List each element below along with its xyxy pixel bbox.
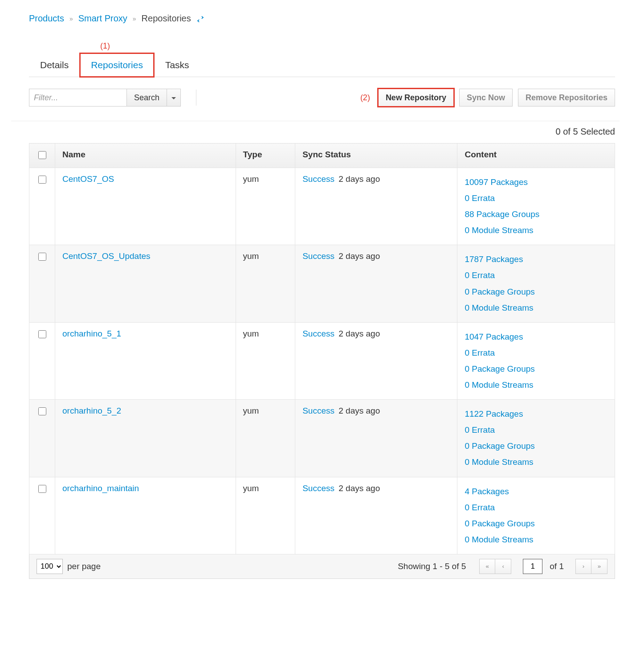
content-link[interactable]: 0 Errata — [465, 500, 607, 516]
sync-age: 2 days ago — [338, 174, 380, 184]
content-link[interactable]: 0 Package Groups — [465, 284, 607, 300]
row-checkbox[interactable] — [38, 253, 46, 261]
content-link[interactable]: 0 Module Streams — [465, 377, 607, 393]
tab-repositories[interactable]: Repositories — [80, 53, 154, 77]
content-link[interactable]: 0 Errata — [465, 267, 607, 283]
breadcrumb-current: Repositories — [142, 13, 191, 24]
repo-type: yum — [236, 168, 295, 245]
showing-text: Showing 1 - 5 of 5 — [398, 562, 466, 571]
sync-age: 2 days ago — [338, 406, 380, 415]
repo-type: yum — [236, 322, 295, 399]
search-button[interactable]: Search — [127, 89, 167, 107]
filter-group: Search — [29, 89, 181, 107]
next-page-button[interactable]: › — [575, 559, 591, 574]
sync-age: 2 days ago — [338, 251, 380, 261]
header-select-all — [29, 144, 55, 168]
search-dropdown-toggle[interactable] — [167, 89, 181, 107]
sync-age: 2 days ago — [338, 329, 380, 338]
toolbar: Search (2) New Repository Sync Now Remov… — [29, 89, 615, 107]
content-link[interactable]: 0 Package Groups — [465, 361, 607, 377]
per-page-select[interactable]: 100 — [37, 559, 63, 574]
repo-type: yum — [236, 245, 295, 322]
table-row: CentOS7_OSyumSuccess 2 days ago10097 Pac… — [29, 168, 615, 245]
per-page-label: per page — [67, 562, 101, 571]
row-checkbox[interactable] — [38, 330, 46, 338]
repo-name-link[interactable]: orcharhino_maintain — [62, 484, 139, 493]
content-link[interactable]: 1787 Packages — [465, 251, 607, 267]
breadcrumb-product[interactable]: Smart Proxy — [78, 13, 127, 24]
last-page-button[interactable]: » — [591, 559, 607, 574]
header-type: Type — [236, 144, 295, 168]
content-link[interactable]: 1047 Packages — [465, 329, 607, 345]
sync-now-button[interactable]: Sync Now — [459, 89, 513, 107]
toolbar-divider — [196, 90, 196, 106]
tab-details[interactable]: Details — [29, 53, 80, 77]
sync-status-link[interactable]: Success — [302, 251, 334, 261]
content-link[interactable]: 10097 Packages — [465, 174, 607, 190]
breadcrumb-products[interactable]: Products — [29, 13, 64, 24]
header-sync: Sync Status — [295, 144, 457, 168]
table-row: orcharhino_5_2yumSuccess 2 days ago1122 … — [29, 400, 615, 477]
header-content: Content — [457, 144, 615, 168]
callout-1: (1) — [100, 41, 615, 51]
divider — [11, 121, 620, 121]
content-link[interactable]: 0 Package Groups — [465, 438, 607, 454]
first-page-button[interactable]: « — [479, 559, 495, 574]
content-link[interactable]: 0 Module Streams — [465, 222, 607, 238]
sync-status-link[interactable]: Success — [302, 329, 334, 338]
content-link[interactable]: 0 Module Streams — [465, 300, 607, 316]
swap-icon[interactable] — [196, 13, 204, 24]
breadcrumb: Products » Smart Proxy » Repositories — [29, 13, 615, 24]
page-number-input[interactable] — [523, 559, 542, 574]
repo-name-link[interactable]: orcharhino_5_2 — [62, 406, 121, 415]
new-repository-button[interactable]: New Repository — [378, 89, 454, 107]
prev-page-button[interactable]: ‹ — [495, 559, 511, 574]
content-link[interactable]: 4 Packages — [465, 484, 607, 500]
row-checkbox[interactable] — [38, 485, 46, 493]
select-all-checkbox[interactable] — [38, 151, 46, 159]
header-name: Name — [55, 144, 236, 168]
content-link[interactable]: 1122 Packages — [465, 406, 607, 422]
repositories-table: Name Type Sync Status Content CentOS7_OS… — [29, 143, 615, 554]
tab-tasks[interactable]: Tasks — [154, 53, 200, 77]
repo-name-link[interactable]: CentOS7_OS — [62, 174, 114, 184]
content-link[interactable]: 0 Errata — [465, 422, 607, 438]
of-pages-label: of 1 — [550, 562, 564, 571]
row-checkbox[interactable] — [38, 407, 46, 415]
breadcrumb-separator: » — [133, 15, 136, 22]
repo-name-link[interactable]: CentOS7_OS_Updates — [62, 251, 151, 261]
sync-status-link[interactable]: Success — [302, 484, 334, 493]
table-row: orcharhino_maintainyumSuccess 2 days ago… — [29, 477, 615, 554]
content-link[interactable]: 0 Package Groups — [465, 516, 607, 532]
content-link[interactable]: 88 Package Groups — [465, 206, 607, 222]
repo-type: yum — [236, 400, 295, 477]
tabs: Details Repositories Tasks — [29, 53, 615, 77]
sync-status-link[interactable]: Success — [302, 406, 334, 415]
filter-input[interactable] — [29, 89, 127, 107]
content-link[interactable]: 0 Errata — [465, 190, 607, 206]
pagination: 100 per page Showing 1 - 5 of 5 « ‹ of 1… — [29, 554, 615, 579]
row-checkbox[interactable] — [38, 176, 46, 184]
repo-name-link[interactable]: orcharhino_5_1 — [62, 329, 121, 338]
content-link[interactable]: 0 Module Streams — [465, 454, 607, 470]
table-row: CentOS7_OS_UpdatesyumSuccess 2 days ago1… — [29, 245, 615, 322]
table-row: orcharhino_5_1yumSuccess 2 days ago1047 … — [29, 322, 615, 399]
breadcrumb-separator: » — [69, 15, 73, 22]
repo-type: yum — [236, 477, 295, 554]
content-link[interactable]: 0 Module Streams — [465, 532, 607, 548]
sync-status-link[interactable]: Success — [302, 174, 334, 184]
sync-age: 2 days ago — [338, 484, 380, 493]
remove-repositories-button[interactable]: Remove Repositories — [518, 89, 615, 107]
selection-count: 0 of 5 Selected — [16, 127, 615, 137]
callout-2: (2) — [360, 93, 370, 103]
content-link[interactable]: 0 Errata — [465, 345, 607, 361]
